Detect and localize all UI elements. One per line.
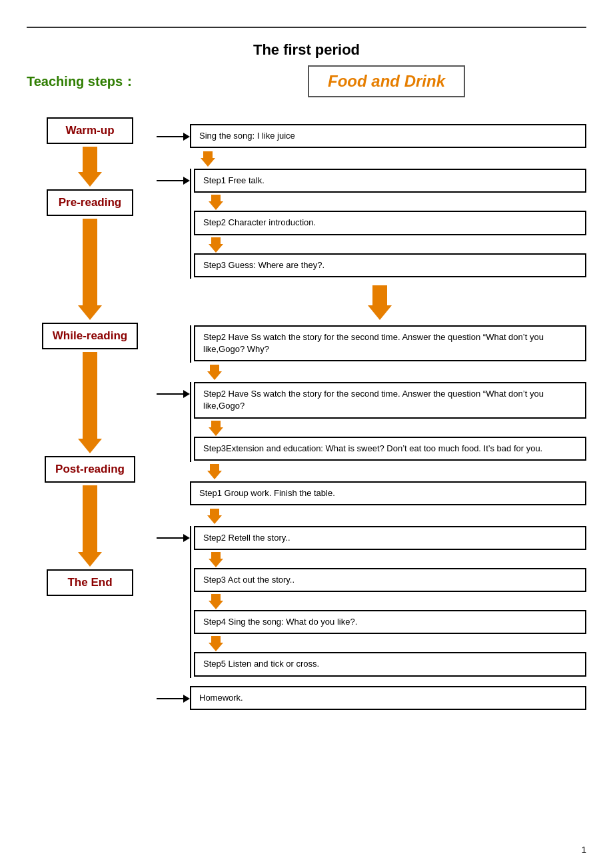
stage-theend: The End: [47, 569, 133, 596]
step-post-3: Step4 Sing the song: What do you like?.: [194, 610, 586, 634]
small-arrow-3: [211, 237, 223, 253]
small-arrow-4: [210, 365, 222, 380]
step-pre-2: Step2 Character introduction.: [194, 211, 586, 235]
step-pre-3: Step3 Guess: Where are they?.: [194, 253, 586, 277]
top-border: [27, 27, 586, 28]
small-arrow-6: [210, 464, 222, 479]
arrow-prereading-to-while: [78, 219, 102, 320]
step-warmup-1: Sing the song: I like juice: [190, 124, 586, 148]
arrow-warmup-to-prereading: [78, 147, 102, 187]
stage-prereading: Pre-reading: [47, 189, 133, 216]
arrow-warmup: [183, 133, 190, 141]
stage-postreading: Post-reading: [45, 456, 135, 483]
step-post-before-1: Step1 Group work. Finish the table.: [190, 481, 586, 505]
small-arrow-7: [210, 509, 222, 524]
page: The first period Teaching steps： Food an…: [0, 0, 613, 868]
step-while-2: Step3Extension and education: What is sw…: [194, 437, 586, 461]
step-post-1: Step2 Retell the story..: [194, 526, 586, 550]
small-arrow-2: [211, 195, 223, 210]
arrow-big-down-1: [368, 285, 392, 320]
stage-warmup: Warm-up: [47, 117, 133, 144]
arrow-prereading: [183, 177, 190, 185]
stage-whilereading: While-reading: [42, 323, 138, 349]
page-title: The first period: [27, 41, 586, 59]
arrow-postreading: [183, 534, 190, 542]
small-arrow-10: [211, 636, 223, 651]
header-row: Teaching steps： Food and Drink: [27, 65, 586, 97]
small-arrow-8: [211, 552, 223, 567]
small-arrow-9: [211, 594, 223, 609]
food-drink-box: Food and Drink: [308, 65, 465, 97]
food-drink-text: Food and Drink: [328, 72, 445, 90]
step-while-1: Step2 Have Ss watch the story for the se…: [194, 382, 586, 418]
arrow-while-to-post: [78, 352, 102, 453]
arrow-theend: [183, 695, 190, 703]
small-arrow-1: [203, 151, 215, 167]
arrow-post-to-end: [78, 485, 102, 567]
arrow-whilereading: [183, 390, 190, 398]
page-number: 1: [582, 845, 586, 855]
step-end-1: Homework.: [190, 686, 586, 710]
step-before-while-1: Step2 Have Ss watch the story for the se…: [194, 325, 586, 361]
step-post-4: Step5 Listen and tick or cross.: [194, 652, 586, 676]
step-pre-1: Step1 Free talk.: [194, 169, 586, 193]
small-arrow-5: [211, 421, 223, 436]
step-post-2: Step3 Act out the story..: [194, 568, 586, 592]
